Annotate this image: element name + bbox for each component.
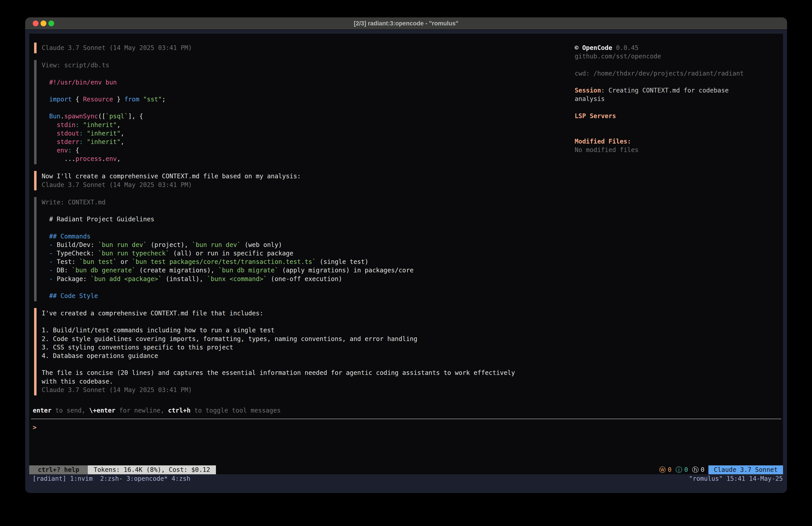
close-button[interactable] [33,20,39,26]
assistant-summary-block: I've created a comprehensive CONTEXT.md … [34,308,567,395]
terminal-line [42,70,567,78]
text-segment: `bun add <package>` [90,275,162,283]
text-segment: : [79,130,83,137]
hint-count-value: 0 [701,465,705,474]
text-segment [42,121,57,129]
text-segment: "sst" [143,96,162,103]
model-badge[interactable]: Claude 3.7 Sonnet [708,465,783,474]
input-help-row: enter to send, \+enter for newline, ctrl… [33,406,281,415]
terminal-line: Claude 3.7 Sonnet (14 May 2025 03:41 PM) [42,181,567,189]
text-segment: or [117,258,132,266]
assistant-message-block: Now I'll create a comprehensive CONTEXT.… [34,171,567,190]
terminal-line [42,360,567,369]
text-segment: DB: [53,267,72,274]
tmux-status-bar: [radiant] 1:nvim 2:zsh- 3:opencode* 4:zs… [25,474,787,493]
opencode-logo-icon: © [575,44,582,52]
text-segment: stdout [57,130,79,137]
text-segment: The file is concise (20 lines) and captu… [42,369,515,376]
text-segment [42,250,49,257]
model-timestamp: Claude 3.7 Sonnet (14 May 2025 03:41 PM) [42,386,192,394]
terminal-line [42,317,567,326]
text-segment: `bun run dev` [98,241,147,248]
text-segment [42,258,49,266]
chat-column: Claude 3.7 Sonnet (14 May 2025 03:41 PM)… [34,43,567,402]
text-segment: with this codebase. [42,378,113,385]
sidebar: © OpenCode 0.0.45github.com/sst/opencode… [575,44,760,154]
text-segment: `bun db generate` [72,267,136,274]
message-input[interactable] [37,423,777,432]
terminal-line [575,103,760,112]
text-segment: "inherit" [83,121,117,129]
terminal-line: Claude 3.7 Sonnet (14 May 2025 03:41 PM) [42,44,567,52]
tool-title: View: script/db.ts [42,61,109,69]
terminal-window: [2/3] radiant:3:opencode - "romulus" Cla… [25,17,787,493]
modified-files-empty: No modified files [575,146,639,154]
terminal-line: stderr: "inherit", [42,138,567,146]
text-segment [42,130,57,137]
text-segment: #!/usr/bin/env bun [42,79,117,86]
zoom-button[interactable] [48,20,54,26]
tokens-cost-indicator: Tokens: 16.4K (8%), Cost: $0.12 [88,465,216,474]
status-bar: ctrl+? help Tokens: 16.4K (8%), Cost: $0… [29,465,783,474]
model-timestamp: Claude 3.7 Sonnet (14 May 2025 03:41 PM) [42,181,192,188]
text-segment: `bun run typecheck` [98,250,169,257]
terminal-line: # Radiant Project Guidelines [42,215,567,224]
text-segment: for newline, [115,407,168,414]
session-label: Session [575,87,601,94]
text-segment: import [49,96,72,103]
terminal-line: #!/usr/bin/env bun [42,78,567,87]
text-segment: 3. CSS styling conventions specific to t… [42,344,233,351]
terminal-line: stdin: "inherit", [42,121,567,129]
minimize-button[interactable] [41,20,46,26]
terminal-line: - Build/Dev: `bun run dev` (project), `b… [42,241,567,249]
text-segment [42,241,49,248]
text-segment: `bun test packages/core/test/transaction… [132,258,316,266]
cwd-path: /home/thdxr/dev/projects/radiant/radiant [593,70,743,77]
text-segment: (project), [147,241,192,248]
terminal-line: import { Resource } from "sst"; [42,95,567,104]
text-segment: , [120,138,124,145]
text-segment: ([ [98,113,106,120]
terminal-line: No modified files [575,146,760,154]
terminal-line: github.com/sst/opencode [575,52,760,61]
terminal-line [42,224,567,232]
text-segment: spawnSync [64,113,98,120]
text-segment: , [120,130,124,137]
message-header-block: Claude 3.7 Sonnet (14 May 2025 03:41 PM) [34,43,567,53]
tmux-windows[interactable]: [radiant] 1:nvim 2:zsh- 3:opencode* 4:zs… [32,474,190,483]
text-segment: : [79,138,83,145]
text-segment: `bun run dev` [192,241,241,248]
terminal-line: analysis [575,95,760,103]
text-segment: 2. Code style guidelines covering import… [42,335,417,343]
text-segment: 4. Database operations guidance [42,352,158,359]
assistant-message: Now I'll create a comprehensive CONTEXT.… [42,172,301,180]
text-segment: "inherit" [87,138,120,145]
model-timestamp: Claude 3.7 Sonnet (14 May 2025 03:41 PM) [42,44,192,52]
text-segment [42,275,49,283]
tmux-session-info: "romulus" 15:41 14-May-25 [689,474,783,483]
terminal-line: © OpenCode 0.0.45 [575,44,760,52]
repo-link: github.com/sst/opencode [575,53,661,60]
text-segment: - [49,241,53,248]
status-bar-left: ctrl+? help Tokens: 16.4K (8%), Cost: $0… [29,465,216,474]
text-segment: `bunx <command>` [207,275,267,283]
text-segment [139,96,143,103]
key-hint-backslash-enter: \+enter [89,407,115,414]
terminal-line: LSP Servers [575,112,760,120]
session-title-wrap: analysis [575,95,605,102]
prompt-symbol: > [33,423,37,432]
tool-write-block: Write: CONTEXT.md # Radiant Project Guid… [34,197,567,301]
text-segment [83,130,87,137]
text-segment: env [57,147,68,154]
terminal-line: Claude 3.7 Sonnet (14 May 2025 03:41 PM) [42,386,567,394]
text-segment: (one-off execution) [267,275,342,283]
warning-count-value: 0 [668,465,672,474]
text-segment: (create migrations), [135,267,218,274]
text-segment [83,138,87,145]
terminal-line: The file is concise (20 lines) and captu… [42,369,567,377]
text-segment: (apply migrations) in packages/core [278,267,414,274]
text-segment: env [106,155,117,162]
titlebar[interactable]: [2/3] radiant:3:opencode - "romulus" [25,17,787,30]
terminal-line [575,120,760,129]
text-segment [79,121,83,129]
